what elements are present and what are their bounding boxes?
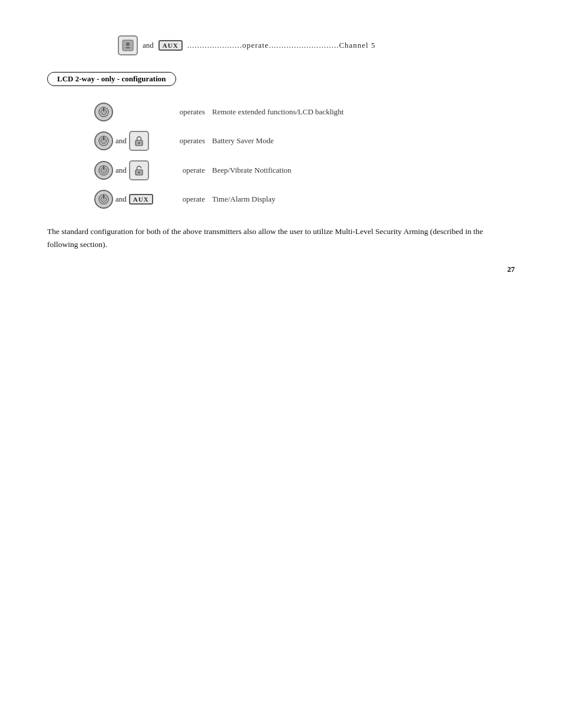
- top-aux-badge: AUX: [158, 40, 183, 51]
- body-paragraph: The standard configuration for both of t…: [47, 225, 515, 251]
- lcd-section-label: LCD 2-way - only - configuration: [47, 72, 515, 103]
- lcd-function-table: operates Remote extended functions/LCD b…: [94, 103, 515, 209]
- func-desc-2: Battery Saver Mode: [212, 136, 274, 146]
- top-and-text: and: [143, 41, 154, 50]
- page: and AUX ......................operate...…: [0, 0, 562, 298]
- power-icon-2: [94, 131, 113, 150]
- top-dots-text: ......................operate...........…: [187, 41, 376, 50]
- func-row-2: and operates Battery Saver Mode: [94, 131, 515, 151]
- svg-point-15: [138, 172, 140, 173]
- aux-badge-4: AUX: [129, 194, 153, 205]
- power-icon-3: [94, 161, 113, 180]
- lock-open-icon: [129, 160, 149, 180]
- svg-point-1: [126, 42, 130, 46]
- func-desc-4: Time/Alarm Display: [212, 195, 276, 204]
- lock-closed-icon: [129, 131, 149, 151]
- func-action-4: operate: [165, 195, 212, 204]
- and-text-3: and: [115, 166, 127, 175]
- func-row-4: and AUX operate Time/Alarm Display: [94, 190, 515, 209]
- func-icons-2: and: [94, 131, 165, 151]
- func-row-1: operates Remote extended functions/LCD b…: [94, 103, 515, 121]
- top-row: and AUX ......................operate...…: [118, 35, 515, 55]
- func-action-2: operates: [165, 136, 212, 146]
- func-action-1: operates: [165, 107, 212, 117]
- power-icon-4: [94, 190, 113, 209]
- func-icons-3: and: [94, 160, 165, 180]
- func-row-3: and operate Beep/Vibrate Notification: [94, 160, 515, 180]
- page-number: 27: [507, 265, 515, 274]
- func-desc-1: Remote extended functions/LCD backlight: [212, 107, 343, 117]
- svg-rect-2: [125, 47, 130, 48]
- and-text-4: and: [115, 195, 127, 204]
- func-desc-3: Beep/Vibrate Notification: [212, 166, 292, 175]
- remote-icon: [118, 35, 138, 55]
- and-text-2: and: [115, 136, 127, 146]
- func-icons-4: and AUX: [94, 190, 165, 209]
- func-action-3: operate: [165, 166, 212, 175]
- svg-point-10: [138, 142, 140, 144]
- func-icons-1: [94, 103, 165, 121]
- power-icon-1: [94, 103, 113, 121]
